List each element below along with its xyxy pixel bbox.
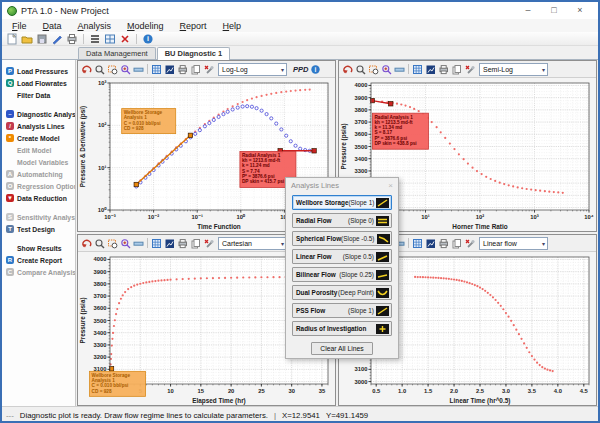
sidebar-item-show-results[interactable]: Show Results xyxy=(2,242,75,254)
reset-zoom-icon[interactable] xyxy=(81,64,92,75)
zoom-data-icon[interactable] xyxy=(381,64,392,75)
chart-style-icon[interactable] xyxy=(164,238,175,249)
plus-icon xyxy=(376,324,389,334)
plot-type-select-loglog[interactable]: Log-Log ▾ xyxy=(218,63,287,76)
analysis-line-button-linear-flow[interactable]: Linear Flow(Slope 0.5) xyxy=(292,249,392,264)
line-button-label: Radius of Investigation xyxy=(296,325,366,332)
zoom-window-icon[interactable] xyxy=(368,64,379,75)
analysis-line-button-dual-porosity[interactable]: Dual Porosity(Deep Point) xyxy=(292,285,392,300)
chart-style-icon[interactable] xyxy=(425,238,436,249)
tab-data-management[interactable]: Data Management xyxy=(78,47,156,59)
menu-analysis[interactable]: Analysis xyxy=(70,21,120,31)
plot-type-select-semilog[interactable]: Semi-Log ▾ xyxy=(479,63,548,76)
chart-style-icon[interactable] xyxy=(425,64,436,75)
chart-options-icon[interactable] xyxy=(464,238,475,249)
reset-zoom-icon[interactable] xyxy=(81,238,92,249)
dialog-close-icon[interactable]: × xyxy=(388,181,393,190)
data-table-icon[interactable] xyxy=(151,64,162,75)
close-view-icon[interactable] xyxy=(119,33,131,45)
menu-help[interactable]: Help xyxy=(215,21,250,31)
sidebar-item-data-reduction[interactable]: ▼Data Reduction xyxy=(2,192,75,204)
print-chart-icon[interactable] xyxy=(177,64,188,75)
plot-type-select-cartesian[interactable]: Cartesian ▾ xyxy=(218,237,287,250)
tab-bu-diagnostic-1[interactable]: BU Diagnostic 1 xyxy=(157,47,231,60)
analysis-line-button-pss-flow[interactable]: PSS Flow(Slope 1) xyxy=(292,303,392,318)
ppd-toggle[interactable]: PPD xyxy=(293,65,308,74)
zoom-window-icon[interactable] xyxy=(107,238,118,249)
chart-options-icon[interactable] xyxy=(464,64,475,75)
analysis-line-button-bilinear-flow[interactable]: Bilinear Flow(Slope 0.25) xyxy=(292,267,392,282)
data-table-icon[interactable] xyxy=(151,238,162,249)
maximize-icon[interactable]: □ xyxy=(541,3,567,18)
new-project-icon[interactable] xyxy=(6,33,18,45)
print-chart-icon[interactable] xyxy=(438,64,449,75)
slope1-icon xyxy=(376,306,389,316)
plot-type-value: Cartesian xyxy=(222,240,252,247)
open-project-icon[interactable] xyxy=(21,33,33,45)
analysis-line-button-radius-of-investigation[interactable]: Radius of Investigation xyxy=(292,321,392,336)
pan-icon[interactable] xyxy=(394,64,405,75)
pan-icon[interactable] xyxy=(133,238,144,249)
load-flowrates-icon: Q xyxy=(6,79,14,87)
layout-grid-icon[interactable] xyxy=(104,33,116,45)
copy-chart-icon[interactable] xyxy=(451,64,462,75)
svg-text:10⁻³: 10⁻³ xyxy=(104,214,116,220)
svg-text:Pressure (psia): Pressure (psia) xyxy=(79,297,87,343)
sidebar-item-load-flowrates[interactable]: QLoad Flowrates xyxy=(2,77,75,89)
print-chart-icon[interactable] xyxy=(177,238,188,249)
layout-list-icon[interactable] xyxy=(89,33,101,45)
print-icon[interactable] xyxy=(66,33,78,45)
sidebar-item-diagnostic-analysis[interactable]: ~Diagnostic Analysis xyxy=(2,108,75,120)
data-table-icon[interactable] xyxy=(412,64,423,75)
analysis-lines-icon: / xyxy=(6,122,14,130)
save-icon[interactable] xyxy=(36,33,48,45)
line-button-slope: (Slope 1) xyxy=(348,307,374,314)
sidebar-item-filter-data[interactable]: Filter Data xyxy=(2,89,75,101)
minimize-icon[interactable]: – xyxy=(515,3,541,18)
clear-all-lines-button[interactable]: Clear All Lines xyxy=(311,342,372,355)
svg-text:4000: 4000 xyxy=(94,256,107,262)
analysis-line-button-spherical-flow[interactable]: Spherical Flow(Slope -0.5) xyxy=(292,231,392,246)
pan-icon[interactable] xyxy=(133,64,144,75)
status-prefix: --- xyxy=(6,411,14,420)
zoom-icon[interactable] xyxy=(94,238,105,249)
ppd-info-icon[interactable]: i xyxy=(310,64,321,75)
dialog-title: Analysis Lines xyxy=(291,181,339,190)
close-icon[interactable]: × xyxy=(567,3,593,18)
about-icon[interactable]: i xyxy=(142,33,154,45)
copy-chart-icon[interactable] xyxy=(190,238,201,249)
sidebar-item-test-design[interactable]: TTest Design xyxy=(2,223,75,235)
svg-text:3700: 3700 xyxy=(355,119,368,125)
analysis-line-button-wellbore-storage[interactable]: Wellbore Storage(Slope 1) xyxy=(292,195,392,210)
sidebar-item-load-pressures[interactable]: PLoad Pressures xyxy=(2,65,75,77)
copy-chart-icon[interactable] xyxy=(190,64,201,75)
plot-type-select-linearflow[interactable]: Linear flow ▾ xyxy=(479,237,548,250)
menu-modeling[interactable]: Modeling xyxy=(119,21,172,31)
dialog-title-bar[interactable]: Analysis Lines × xyxy=(286,178,398,192)
chart-options-icon[interactable] xyxy=(203,238,214,249)
line-button-label: Linear Flow xyxy=(296,253,332,260)
analysis-lines-dialog: Analysis Lines × Wellbore Storage(Slope … xyxy=(285,177,399,359)
sidebar-item-label: Create Model xyxy=(17,135,60,142)
edit-icon[interactable] xyxy=(51,33,63,45)
zoom-icon[interactable] xyxy=(355,64,366,75)
zoom-data-icon[interactable] xyxy=(120,64,131,75)
menu-file[interactable]: File xyxy=(4,21,35,31)
print-chart-icon[interactable] xyxy=(438,238,449,249)
chart-options-icon[interactable] xyxy=(203,64,214,75)
reset-zoom-icon[interactable] xyxy=(342,64,353,75)
sidebar-item-analysis-lines[interactable]: /Analysis Lines xyxy=(2,120,75,132)
analysis-line-button-radial-flow[interactable]: Radial Flow(Slope 0) xyxy=(292,213,392,228)
svg-text:3200: 3200 xyxy=(94,354,107,360)
sidebar-item-create-model[interactable]: *Create Model xyxy=(2,132,75,144)
chart-style-icon[interactable] xyxy=(164,64,175,75)
sidebar-item-create-report[interactable]: RCreate Report xyxy=(2,254,75,266)
zoom-data-icon[interactable] xyxy=(120,238,131,249)
menu-report[interactable]: Report xyxy=(172,21,215,31)
data-table-icon[interactable] xyxy=(412,238,423,249)
zoom-window-icon[interactable] xyxy=(107,64,118,75)
menu-data[interactable]: Data xyxy=(35,21,70,31)
zoom-icon[interactable] xyxy=(94,64,105,75)
copy-chart-icon[interactable] xyxy=(451,238,462,249)
ucurve-icon xyxy=(376,288,389,298)
